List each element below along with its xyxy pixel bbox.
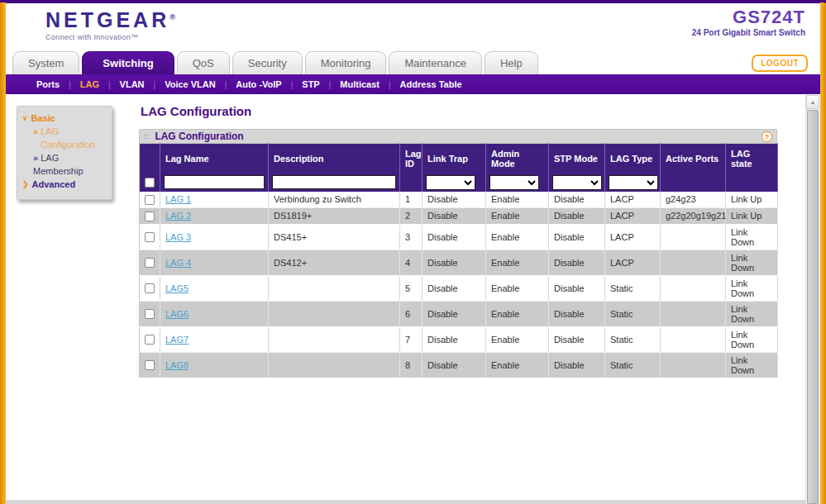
link-trap-cell: Disable bbox=[423, 326, 486, 352]
col-lag-id: Lag ID bbox=[400, 144, 423, 174]
content-area: ∨ Basic » LAG Configuration » LAG Member… bbox=[6, 94, 820, 504]
col-link-trap: Link Trap bbox=[423, 144, 486, 174]
lag-id-cell: 8 bbox=[400, 352, 423, 378]
subnav-item-ports[interactable]: Ports bbox=[27, 79, 69, 89]
row-checkbox[interactable] bbox=[145, 283, 155, 293]
page-title: LAG Configuration bbox=[141, 104, 251, 118]
row-checkbox[interactable] bbox=[145, 232, 155, 242]
sidebar-item-lag-membership[interactable]: » LAG Membership bbox=[22, 152, 107, 178]
sidebar-item-label: LAG Membership bbox=[33, 153, 84, 176]
col-description: Description bbox=[269, 144, 400, 174]
description-filter-input[interactable] bbox=[272, 175, 396, 189]
row-checkbox[interactable] bbox=[145, 309, 155, 319]
scroll-up-icon[interactable]: ▲ bbox=[806, 95, 819, 109]
lag-name-filter-input[interactable] bbox=[164, 175, 265, 189]
row-checkbox[interactable] bbox=[145, 258, 155, 268]
active-ports-cell: g22g20g19g21 bbox=[661, 207, 726, 224]
table-row: LAG 2 DS1819+ 2 Disable Enable Disable L… bbox=[140, 207, 778, 224]
brand-tagline: Connect with Innovation™ bbox=[45, 33, 175, 41]
subnav-item-multicast[interactable]: Multicast bbox=[331, 79, 389, 89]
logout-button[interactable]: LOGOUT bbox=[752, 55, 808, 72]
subnav-item-address-table[interactable]: Address Table bbox=[391, 79, 471, 89]
table-row: LAG8 8 Disable Enable Disable Static Lin… bbox=[140, 352, 778, 378]
link-trap-cell: Disable bbox=[423, 301, 486, 326]
tab-maintenance[interactable]: Maintenance bbox=[389, 51, 481, 74]
lag-link[interactable]: LAG6 bbox=[165, 309, 189, 319]
table-row: LAG5 5 Disable Enable Disable Static Lin… bbox=[140, 275, 778, 301]
lag-configuration-panel: ∷ LAG Configuration ? Lag Name Descripti… bbox=[139, 129, 777, 378]
link-trap-cell: Disable bbox=[423, 250, 486, 275]
lag-type-select[interactable] bbox=[609, 175, 658, 190]
lag-state-cell: Link Up bbox=[726, 192, 778, 208]
lag-link[interactable]: LAG 4 bbox=[165, 258, 191, 268]
active-ports-cell bbox=[661, 224, 726, 250]
lag-state-cell: Link Down bbox=[726, 250, 778, 275]
lag-link[interactable]: LAG 3 bbox=[165, 232, 191, 242]
scrollbar-thumb[interactable] bbox=[807, 110, 819, 504]
link-trap-select[interactable] bbox=[426, 175, 475, 190]
lag-type-cell: Static bbox=[605, 352, 661, 378]
lag-link[interactable]: LAG 1 bbox=[165, 194, 191, 204]
tab-system[interactable]: System bbox=[12, 51, 79, 74]
admin-mode-select[interactable] bbox=[489, 175, 539, 190]
col-stp-mode: STP Mode bbox=[549, 144, 605, 174]
lag-link[interactable]: LAG 2 bbox=[165, 211, 191, 221]
sidebar-item-lag-configuration[interactable]: » LAG Configuration bbox=[22, 126, 107, 152]
subnav-item-lag[interactable]: LAG bbox=[71, 79, 108, 89]
arrow-bullet-icon: » bbox=[33, 153, 38, 163]
horizontal-scrollbar[interactable] bbox=[6, 500, 805, 504]
col-active-ports: Active Ports bbox=[661, 144, 726, 174]
stp-mode-cell: Disable bbox=[549, 192, 605, 208]
description-cell: DS412+ bbox=[269, 250, 400, 275]
table-row: LAG 4 DS412+ 4 Disable Enable Disable LA… bbox=[140, 250, 778, 275]
tab-security[interactable]: Security bbox=[232, 51, 303, 74]
link-trap-cell: Disable bbox=[423, 275, 486, 301]
help-icon[interactable]: ? bbox=[762, 131, 772, 142]
description-cell: DS1819+ bbox=[269, 207, 400, 224]
lag-link[interactable]: LAG5 bbox=[165, 283, 189, 293]
tab-monitoring[interactable]: Monitoring bbox=[305, 51, 387, 74]
row-checkbox[interactable] bbox=[145, 195, 155, 205]
lag-type-cell: Static bbox=[605, 326, 661, 352]
table-row: LAG6 6 Disable Enable Disable Static Lin… bbox=[140, 301, 778, 326]
stp-mode-cell: Disable bbox=[549, 352, 605, 378]
lag-id-cell: 7 bbox=[400, 326, 423, 352]
link-trap-cell: Disable bbox=[423, 352, 486, 378]
table-header-row: Lag Name Description Lag ID Link Trap Ad… bbox=[140, 144, 778, 174]
lag-link[interactable]: LAG7 bbox=[165, 335, 189, 345]
select-all-checkbox[interactable] bbox=[145, 178, 155, 188]
lag-table: Lag Name Description Lag ID Link Trap Ad… bbox=[139, 143, 778, 378]
stp-mode-select[interactable] bbox=[552, 175, 602, 190]
arrow-bullet-icon: » bbox=[33, 126, 38, 136]
sidebar-group-advanced[interactable]: ❯ Advanced bbox=[22, 178, 107, 192]
switching-subnav: Ports | LAG | VLAN | Voice VLAN | Auto -… bbox=[6, 74, 820, 94]
tab-qos[interactable]: QoS bbox=[177, 51, 230, 74]
lag-type-cell: LACP bbox=[605, 192, 661, 208]
subnav-item-stp[interactable]: STP bbox=[293, 79, 328, 89]
lag-id-cell: 1 bbox=[400, 192, 423, 208]
col-lag-state: LAG state bbox=[726, 144, 778, 174]
sidebar-group-basic[interactable]: ∨ Basic bbox=[22, 112, 107, 126]
col-admin-mode: Admin Mode bbox=[486, 144, 549, 174]
row-checkbox[interactable] bbox=[145, 335, 155, 345]
subnav-item-voice-vlan[interactable]: Voice VLAN bbox=[155, 79, 225, 89]
description-cell bbox=[269, 326, 400, 352]
lag-link[interactable]: LAG8 bbox=[165, 360, 189, 370]
drag-handle-icon[interactable]: ∷ bbox=[144, 132, 150, 141]
col-lag-type: LAG Type bbox=[605, 144, 661, 174]
chevron-down-icon: ∨ bbox=[22, 113, 28, 124]
subnav-item-auto-voip[interactable]: Auto -VoIP bbox=[227, 79, 290, 89]
link-trap-cell: Disable bbox=[423, 207, 486, 224]
product-subtitle: 24 Port Gigabit Smart Switch bbox=[692, 28, 805, 37]
vertical-scrollbar[interactable]: ▲ bbox=[805, 95, 819, 504]
tab-help[interactable]: Help bbox=[485, 51, 538, 74]
row-checkbox[interactable] bbox=[145, 212, 155, 221]
product-model: GS724T bbox=[692, 7, 805, 28]
header-checkbox-column bbox=[140, 144, 160, 174]
panel-header: ∷ LAG Configuration ? bbox=[139, 129, 777, 143]
lag-type-cell: Static bbox=[605, 301, 661, 326]
tab-switching[interactable]: Switching bbox=[82, 51, 174, 74]
description-cell: DS415+ bbox=[269, 224, 400, 250]
subnav-item-vlan[interactable]: VLAN bbox=[111, 79, 154, 89]
row-checkbox[interactable] bbox=[145, 360, 155, 370]
